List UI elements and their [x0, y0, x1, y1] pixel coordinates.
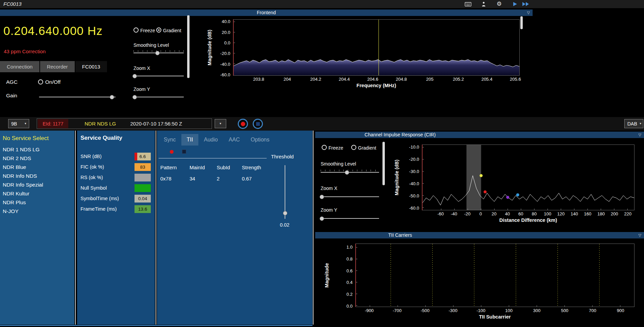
x-tick-label: 500 — [561, 308, 569, 313]
service-list-pane: No Service Select NDR 1 NDS LGNDR 2 NDSN… — [0, 131, 74, 325]
quality-row: SymbolTime (ms)0.04 — [80, 194, 151, 203]
decoder-tab-options[interactable]: Options — [245, 134, 275, 146]
y-tick-label: -60.0 — [220, 72, 230, 77]
cir-collapse-icon[interactable]: ▽ — [639, 132, 641, 138]
slider-track[interactable] — [133, 97, 184, 97]
tii-table-cell: 0.67 — [242, 176, 269, 181]
quality-label: SymbolTime (ms) — [80, 196, 135, 201]
slider-handle[interactable] — [320, 216, 324, 221]
gain-slider[interactable] — [39, 94, 115, 99]
x-tick-label: -20 — [464, 211, 470, 216]
frontend-panel-header: Frontend ▽ — [0, 9, 533, 16]
y-tick-label: -40.0 — [409, 181, 419, 186]
x-tick-label: 204.6 — [367, 77, 378, 82]
application-window: FC0013 ⚙ Frontend ▽ 0.204.640.000 Hz 43 … — [0, 0, 644, 327]
cir-controls-scrollbar[interactable] — [382, 142, 385, 185]
quality-label: Null Symbol — [80, 185, 135, 191]
slider-track[interactable] — [321, 196, 379, 197]
slider-track[interactable] — [321, 172, 379, 173]
splitter-handle[interactable] — [313, 131, 314, 325]
fast-forward-icon[interactable] — [522, 1, 530, 8]
cir-zoomy-slider[interactable] — [321, 215, 379, 221]
settings-gear-icon[interactable]: ⚙ — [497, 0, 502, 8]
service-list-item[interactable]: NDR 2 NDS — [0, 154, 74, 163]
quality-value-bar: 0.04 — [135, 195, 151, 203]
threshold-slider[interactable] — [283, 165, 287, 219]
stop-button[interactable] — [253, 119, 263, 129]
ppm-correction-label: 43 ppm Correction — [4, 49, 46, 54]
service-list-item[interactable]: NDR 1 NDS LG — [0, 145, 74, 154]
top-section: Frontend ▽ 0.204.640.000 Hz 43 ppm Corre… — [0, 8, 644, 117]
x-tick-label: 204.4 — [339, 77, 350, 82]
service-list-item[interactable]: NDR Blue — [0, 163, 74, 172]
keyboard-icon[interactable] — [465, 1, 471, 8]
y-tick-label: -60.0 — [409, 205, 419, 210]
slider-handle[interactable] — [155, 51, 160, 55]
tii-red-indicator — [170, 150, 174, 154]
frontend-controls-scrollbar[interactable] — [187, 15, 190, 78]
frontend-freeze-radio[interactable] — [133, 27, 139, 33]
tii-x-ticks: -900-700-500-300-100100300500700900 — [355, 307, 634, 313]
service-list-item[interactable]: NDR Plus — [0, 198, 74, 207]
service-list-item[interactable]: NDR Info Spezial — [0, 180, 74, 189]
splitter-handle[interactable] — [75, 131, 76, 325]
slider-handle[interactable] — [345, 170, 349, 175]
splitter-handle[interactable] — [156, 131, 156, 325]
service-list-item[interactable]: NDR Info NDS — [0, 172, 74, 180]
decoder-tab-aac[interactable]: AAC — [223, 134, 245, 146]
frontend-smoothing-slider[interactable] — [133, 50, 184, 55]
slider-handle[interactable] — [132, 74, 137, 78]
frontend-collapse-icon[interactable]: ▽ — [527, 9, 530, 16]
frontend-zoomy-slider[interactable] — [133, 94, 184, 99]
record-button[interactable] — [238, 119, 248, 129]
cir-freeze-radio[interactable] — [322, 145, 327, 150]
cir-smoothing-label: Smoothing Level — [321, 161, 356, 167]
decoder-tab-audio[interactable]: Audio — [198, 134, 223, 146]
quality-value-bar: 83 — [135, 163, 151, 171]
y-tick-label: 0.0 — [346, 303, 353, 308]
gain-slider-track[interactable] — [39, 97, 115, 97]
x-tick-label: 204.8 — [396, 77, 407, 82]
frontend-zoomx-slider[interactable] — [133, 73, 184, 78]
tii-table: PatternMainIdSubIdStrength 0x783420.67 — [160, 165, 277, 181]
frontend-zoomy-label: Zoom Y — [133, 86, 150, 92]
frontend-plot-scrollbar[interactable] — [520, 16, 523, 29]
bottom-strip — [0, 325, 312, 326]
mode-selector[interactable]: DAB ▼ — [624, 119, 643, 128]
cir-smoothing-slider[interactable] — [321, 169, 379, 175]
cir-gradient-radio[interactable] — [351, 145, 356, 150]
slider-handle[interactable] — [132, 95, 137, 99]
station-dropdown-button[interactable]: ▼ — [215, 119, 226, 128]
slider-handle[interactable] — [320, 195, 324, 199]
tii-table-row: 0x783420.67 — [160, 176, 277, 181]
service-list-item[interactable]: NDR Kultur — [0, 189, 74, 198]
tuner-tab-recorder[interactable]: Recorder — [40, 61, 75, 72]
decoder-tab-tii[interactable]: TII — [181, 134, 199, 146]
slider-track[interactable] — [321, 218, 379, 219]
play-icon[interactable] — [512, 1, 518, 8]
gain-slider-handle[interactable] — [110, 95, 114, 99]
slider-track[interactable] — [133, 76, 184, 76]
threshold-slider-handle[interactable] — [283, 211, 287, 215]
tuner-tab-connection[interactable]: Connection — [0, 61, 39, 72]
tii-square-indicator — [182, 150, 186, 154]
decoder-tab-sync[interactable]: Sync — [158, 134, 181, 146]
tii-table-cell: 2 — [217, 176, 242, 181]
cir-zoomx-slider[interactable] — [321, 194, 379, 199]
x-tick-label: 203.8 — [253, 77, 264, 82]
tuner-tab-fc0013[interactable]: FC0013 — [75, 61, 107, 72]
cir-y-ticks: -10.0-20.0-30.0-40.0-50.0-60.0 — [403, 145, 422, 210]
bottom-section: No Service Select NDR 1 NDS LGNDR 2 NDSN… — [0, 131, 644, 327]
frontend-panel-title: Frontend — [0, 9, 533, 16]
frontend-plot-area — [233, 19, 520, 76]
channel-selector[interactable]: 9B ▼ — [8, 119, 29, 128]
x-tick-label: 204 — [284, 77, 291, 82]
tii-panel-header: TII Carriers ▽ — [315, 232, 644, 238]
tii-collapse-icon[interactable]: ▽ — [639, 232, 641, 238]
agc-radio[interactable] — [38, 79, 43, 84]
service-list-item[interactable]: N-JOY — [0, 207, 74, 216]
quality-row: RS (ok %) — [80, 173, 151, 181]
info-icon[interactable] — [481, 1, 486, 8]
frontend-gradient-radio[interactable] — [156, 27, 161, 33]
y-tick-label: 1.0 — [346, 245, 353, 250]
